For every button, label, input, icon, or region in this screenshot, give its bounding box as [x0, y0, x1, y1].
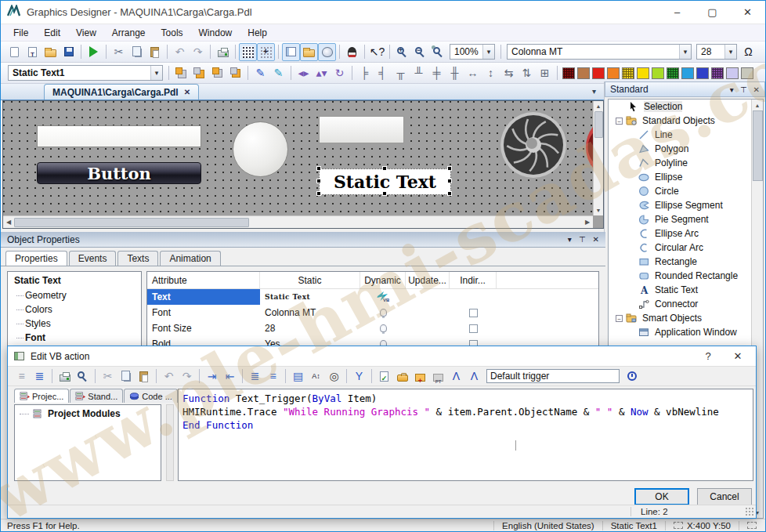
indirect-cell[interactable]	[450, 289, 497, 305]
canvas-circle-object[interactable]	[233, 121, 288, 177]
send-backward-icon[interactable]	[226, 64, 244, 82]
cut-icon[interactable]: ✂	[110, 43, 128, 61]
properties-icon[interactable]: ≡	[13, 367, 31, 385]
properties-menu-chevron-icon[interactable]: ▾	[568, 235, 572, 244]
properties-group-styles[interactable]: Styles	[14, 317, 141, 331]
chevron-down-icon[interactable]: ▾	[679, 45, 691, 59]
comment-icon[interactable]: ≣	[246, 367, 264, 385]
menu-view[interactable]: View	[68, 26, 104, 40]
dialog-help-icon[interactable]: ?	[696, 350, 720, 362]
attribute-cell[interactable]: Font Size	[147, 320, 260, 336]
special-character-icon[interactable]: Ω	[739, 43, 757, 61]
palette-menu-chevron-icon[interactable]: ▾	[730, 85, 734, 94]
tab-texts[interactable]: Texts	[117, 251, 158, 266]
align-bottom-icon[interactable]: ╨	[410, 64, 428, 82]
zoom-region-icon[interactable]	[429, 43, 447, 61]
zoom-combo[interactable]: 100%▾	[450, 44, 495, 60]
palette-item-ellipse[interactable]: Ellipse	[609, 170, 763, 184]
expander-icon[interactable]: –	[616, 315, 623, 322]
indirect-cell[interactable]	[450, 305, 497, 320]
cut-icon[interactable]: ✂	[99, 367, 117, 385]
selection-handle[interactable]	[447, 179, 452, 183]
color-swatch-8[interactable]	[681, 67, 694, 79]
menu-tools[interactable]: Tools	[154, 26, 191, 40]
bring-forward-icon[interactable]	[208, 64, 226, 82]
first-aid-icon[interactable]	[411, 367, 429, 385]
project-modules-node[interactable]: Project Modules	[18, 408, 157, 419]
script-check-icon[interactable]	[375, 367, 393, 385]
close-button[interactable]: ✕	[730, 1, 765, 24]
horizontal-scroll-thumb[interactable]	[14, 218, 249, 227]
menu-arrange[interactable]: Arrange	[104, 26, 154, 40]
color-swatch-12[interactable]	[741, 67, 753, 79]
palette-item-pie-segment[interactable]: Pie Segment	[609, 212, 763, 226]
attribute-cell[interactable]: Font	[147, 305, 260, 320]
indirect-cell[interactable]	[450, 320, 497, 336]
rotate-icon[interactable]: ↻	[331, 64, 349, 82]
palette-item-rounded-rectangle[interactable]: Rounded Rectangle	[609, 269, 763, 283]
table-row[interactable]: Font Size28	[147, 320, 598, 336]
palette-item-smart-objects[interactable]: –Smart Objects	[609, 311, 763, 325]
palette-item-selection[interactable]: Selection	[609, 100, 763, 114]
dialog-tab-code[interactable]: Code ...	[124, 389, 178, 403]
selection-handle[interactable]	[447, 191, 452, 196]
dialog-tab-projec[interactable]: Projec...	[14, 389, 69, 403]
redo-icon[interactable]: ↷	[178, 367, 196, 385]
open-icon[interactable]	[42, 43, 60, 61]
properties-group-colors[interactable]: Colors	[14, 302, 141, 317]
new-from-template-icon[interactable]	[23, 43, 42, 61]
print-icon[interactable]	[214, 43, 232, 61]
copy-icon[interactable]	[128, 43, 146, 61]
dialog-tab-stand[interactable]: Stand...	[70, 389, 123, 403]
align-right-icon[interactable]: ╡	[374, 64, 392, 82]
canvas-io-field[interactable]	[37, 125, 201, 147]
color-swatch-2[interactable]	[592, 67, 605, 79]
runtime-bird-icon[interactable]	[343, 43, 361, 61]
canvas-rectangle-object[interactable]	[319, 116, 404, 143]
selection-handle[interactable]	[316, 179, 321, 183]
scroll-left-icon[interactable]: ◀	[3, 219, 14, 226]
ok-button[interactable]: OK	[634, 488, 689, 505]
send-to-back-icon[interactable]	[190, 64, 208, 82]
palette-item-line[interactable]: Line	[609, 128, 763, 142]
tab-events[interactable]: Events	[69, 251, 117, 266]
indirect-checkbox[interactable]	[469, 309, 478, 317]
color-swatch-11[interactable]	[726, 67, 739, 79]
palette-item-ellipse-arc[interactable]: Ellipse Arc	[609, 226, 763, 241]
color-swatch-1[interactable]	[577, 67, 590, 79]
same-size-icon[interactable]: ⊞	[536, 64, 554, 82]
canvas-fan-object[interactable]	[500, 111, 567, 179]
palette-close-icon[interactable]: ✕	[753, 85, 760, 94]
table-row[interactable]: TextStatic TextVB	[147, 289, 598, 305]
library-icon[interactable]	[282, 43, 300, 61]
code-editor[interactable]: Function Text_Trigger(ByVal Item)HMIRunt…	[178, 389, 753, 481]
center-horizontal-icon[interactable]: ╪	[428, 64, 446, 82]
scroll-right-icon[interactable]: ▶	[582, 219, 593, 226]
attribute-cell[interactable]: Text	[147, 289, 260, 305]
properties-group-geometry[interactable]: Geometry	[14, 288, 141, 302]
drawing-area[interactable]: Button Static Text	[3, 101, 593, 215]
selection-handle[interactable]	[316, 166, 321, 171]
color-swatch-10[interactable]	[711, 67, 724, 79]
selection-handle[interactable]	[316, 191, 321, 196]
palette-scroll-thumb[interactable]	[753, 110, 763, 181]
menu-file[interactable]: File	[5, 26, 36, 40]
find-icon[interactable]: ◎	[325, 367, 343, 385]
selection-handle[interactable]	[382, 166, 387, 171]
canvas-gauge-object[interactable]	[586, 118, 593, 176]
color-swatch-9[interactable]	[696, 67, 709, 79]
dynamic-cell[interactable]: VB	[360, 289, 406, 305]
canvas-button-object[interactable]: Button	[37, 162, 201, 184]
save-icon[interactable]	[60, 43, 78, 61]
bring-to-front-icon[interactable]	[172, 64, 190, 82]
maximize-button[interactable]: ▢	[695, 1, 730, 24]
object-combo[interactable]: Static Text1▾	[8, 65, 163, 81]
palette-item-static-text[interactable]: AStatic Text	[609, 283, 763, 297]
same-height-icon[interactable]: ⇅	[518, 64, 536, 82]
minimize-button[interactable]: –	[659, 1, 695, 24]
tab-properties[interactable]: Properties	[5, 251, 67, 266]
color-swatch-5[interactable]	[637, 67, 649, 79]
indirect-checkbox[interactable]	[469, 324, 478, 333]
print-preview-icon[interactable]	[74, 367, 92, 385]
undo-icon[interactable]: ↶	[160, 367, 178, 385]
